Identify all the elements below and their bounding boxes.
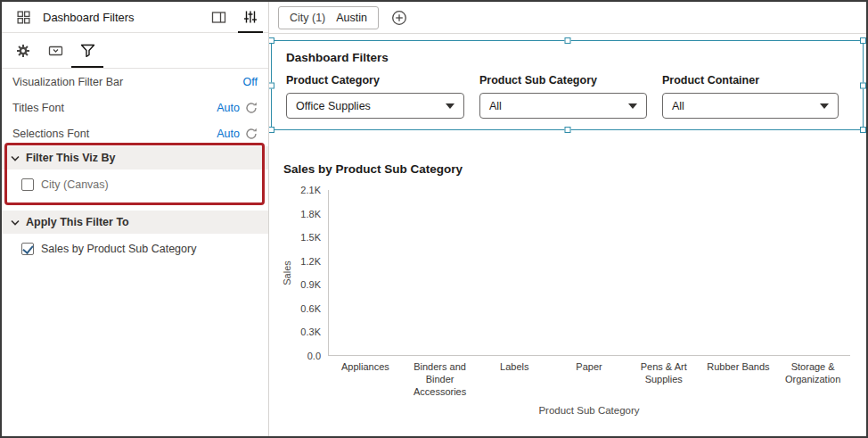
- filter-viz-items: City (Canvas): [2, 169, 268, 202]
- canvas-content: Dashboard Filters Product CategoryOffice…: [269, 34, 866, 436]
- properties-sliders-icon[interactable]: [238, 2, 263, 33]
- section-title: Filter This Viz By: [26, 152, 116, 164]
- property-value-group: Auto: [217, 102, 258, 114]
- dropdown-caret-icon: [628, 103, 637, 109]
- add-circle-icon[interactable]: [391, 10, 407, 26]
- apply-filter-items: Sales by Product Sub Category: [2, 234, 268, 266]
- dropdown-caret-icon: [820, 103, 829, 109]
- resize-handle[interactable]: [564, 37, 570, 44]
- x-tick-label: Pens & Art Supplies: [626, 356, 701, 398]
- filter-label: Product Category: [286, 74, 464, 87]
- chevron-down-icon: [11, 219, 20, 226]
- y-tick-label: 2.1K: [300, 185, 321, 195]
- filters-panel-inner: Dashboard Filters Product CategoryOffice…: [272, 41, 863, 119]
- y-tick-label: 0.6K: [300, 303, 321, 314]
- gear-icon[interactable]: [7, 33, 39, 68]
- filter-pill-name: City (1): [290, 12, 325, 24]
- filter-viz-section-header[interactable]: Filter This Viz By: [2, 146, 268, 169]
- y-axis-title: Sales: [282, 260, 292, 285]
- property-label: Visualization Filter Bar: [12, 76, 123, 88]
- filter-item[interactable]: City (Canvas): [2, 171, 268, 198]
- chart-block: Sales by Product Sub Category Sales 2.1K…: [280, 162, 864, 416]
- funnel-icon[interactable]: [71, 33, 103, 68]
- resize-handle[interactable]: [860, 37, 866, 44]
- y-axis-title-wrap: Sales: [280, 190, 294, 356]
- y-tick-label: 1.2K: [300, 256, 321, 267]
- x-tick-label: Binders and Binder Accessories: [403, 356, 478, 398]
- filter-pill-value: Austin: [336, 12, 367, 24]
- y-axis-ticks: 2.1K1.8K1.5K1.2K0.9K0.6K0.3K0.0: [294, 190, 328, 356]
- property-value[interactable]: Off: [243, 76, 258, 88]
- property-value[interactable]: Auto: [217, 102, 240, 114]
- x-tick-label: Storage & Organization: [775, 356, 850, 398]
- dropdown-caret-icon: [446, 103, 454, 109]
- app-window: Dashboard Filters Visualization Filter B…: [0, 0, 868, 438]
- sidebar-header: Dashboard Filters: [2, 2, 268, 33]
- x-tick-label: Appliances: [328, 356, 403, 398]
- property-label: Titles Font: [12, 102, 64, 114]
- checkbox[interactable]: [21, 243, 34, 255]
- sidebar-tabs: [2, 33, 268, 69]
- apply-filter-section-header[interactable]: Apply This Filter To: [2, 211, 268, 234]
- dropdown-value: Office Supplies: [296, 100, 371, 112]
- resize-handle[interactable]: [860, 127, 866, 133]
- property-label: Selections Font: [12, 128, 89, 140]
- property-row: Titles FontAuto: [2, 95, 268, 120]
- checkbox[interactable]: [21, 178, 34, 191]
- resize-handle[interactable]: [564, 127, 570, 133]
- y-tick-label: 0.3K: [300, 326, 321, 337]
- x-axis-labels: AppliancesBinders and Binder Accessories…: [328, 356, 850, 398]
- resize-handle[interactable]: [860, 82, 866, 88]
- resize-handle[interactable]: [269, 82, 274, 88]
- property-row: Selections FontAuto: [2, 120, 268, 146]
- filter-dropdown[interactable]: Office Supplies: [286, 93, 464, 119]
- property-row: Visualization Filter BarOff: [2, 69, 268, 95]
- filter-dropdown[interactable]: All: [479, 93, 647, 119]
- resize-handle[interactable]: [269, 37, 274, 44]
- filter-control: Product CategoryOffice Supplies: [286, 74, 464, 119]
- filter-control: Product ContainerAll: [662, 74, 839, 119]
- section-title: Apply This Filter To: [26, 216, 129, 228]
- layout-icon[interactable]: [206, 2, 231, 33]
- filter-label: Product Sub Category: [479, 74, 647, 87]
- y-tick-label: 0.0: [307, 351, 321, 361]
- y-tick-label: 1.8K: [300, 209, 321, 219]
- filters-row: Product CategoryOffice SuppliesProduct S…: [286, 74, 863, 119]
- canvas-filter-bar: City (1) Austin: [269, 2, 866, 34]
- x-tick-label: Paper: [552, 356, 626, 398]
- filter-item-label: City (Canvas): [41, 178, 109, 191]
- filter-item-label: Sales by Product Sub Category: [41, 243, 196, 255]
- reset-icon[interactable]: [245, 102, 258, 114]
- apply-filter-section: Apply This Filter To Sales by Product Su…: [2, 211, 268, 266]
- property-value-group: Auto: [217, 128, 258, 140]
- sidebar-title: Dashboard Filters: [43, 11, 199, 24]
- filter-control: Product Sub CategoryAll: [479, 74, 647, 119]
- chart-title: Sales by Product Sub Category: [283, 162, 864, 176]
- resize-handle[interactable]: [269, 127, 274, 133]
- filter-item[interactable]: Sales by Product Sub Category: [2, 236, 268, 262]
- filter-dropdown[interactable]: All: [662, 93, 839, 119]
- plot-wrap: AppliancesBinders and Binder Accessories…: [328, 190, 850, 398]
- y-tick-label: 1.5K: [300, 232, 321, 243]
- x-tick-label: Labels: [477, 356, 552, 398]
- reset-icon[interactable]: [245, 128, 258, 140]
- sidebar: Dashboard Filters Visualization Filter B…: [2, 2, 269, 436]
- filter-label: Product Container: [662, 74, 839, 87]
- x-tick-label: Rubber Bands: [701, 356, 776, 398]
- dropdown-value: All: [672, 100, 684, 112]
- chevron-down-icon: [11, 155, 20, 161]
- property-value[interactable]: Auto: [217, 128, 240, 140]
- filters-panel-title: Dashboard Filters: [286, 51, 863, 64]
- dashboard-filters-container[interactable]: Dashboard Filters Product CategoryOffice…: [271, 40, 864, 130]
- property-value-group: Off: [243, 76, 258, 88]
- bar-chart: Sales 2.1K1.8K1.5K1.2K0.9K0.6K0.3K0.0 Ap…: [280, 190, 864, 398]
- city-filter-pill[interactable]: City (1) Austin: [278, 6, 379, 29]
- x-axis-title: Product Sub Category: [328, 405, 850, 416]
- properties-list: Visualization Filter BarOffTitles FontAu…: [2, 69, 268, 146]
- dashboard-icon: [11, 2, 36, 33]
- dropdown-value: All: [489, 100, 502, 112]
- main-area: City (1) Austin Dashboard Filters Produc…: [269, 2, 866, 436]
- filter-viz-section: Filter This Viz By City (Canvas): [2, 146, 268, 202]
- filter-bar-icon[interactable]: [39, 33, 71, 68]
- y-tick-label: 0.9K: [300, 279, 321, 290]
